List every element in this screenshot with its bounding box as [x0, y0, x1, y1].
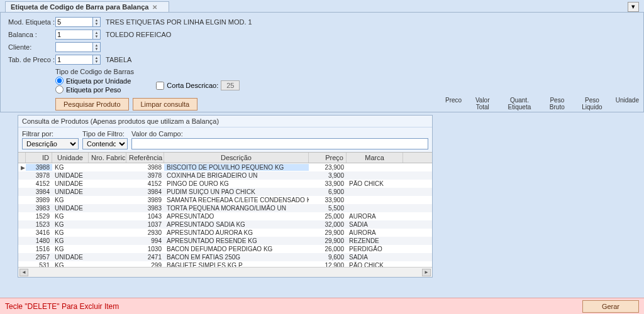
tab-bar: Etiqueta de Codigo de Barra para Balança… — [0, 0, 644, 12]
horizontal-scrollbar[interactable]: ◄ ► — [18, 267, 432, 277]
cell-preco: 29,900 — [309, 237, 347, 244]
filtrar-por-select[interactable]: Descrição — [22, 138, 79, 149]
gerar-button[interactable]: Gerar — [582, 300, 639, 313]
table-row[interactable]: 1480KG994APRESUNTADO RESENDE KG29,900REZ… — [18, 237, 432, 245]
cell-preco: 5,500 — [309, 205, 347, 212]
balanca-input[interactable] — [55, 30, 93, 40]
cell-referencia: 4152 — [126, 180, 164, 187]
cliente-label: Cliente: — [8, 43, 55, 51]
cell-id: 3984 — [26, 188, 52, 195]
col-descricao[interactable]: Descrição — [164, 153, 309, 163]
cell-marca: PERDIGÃO — [347, 246, 403, 252]
table-row[interactable]: 3978UNIDADE3978COXINHA DE BRIGADEIRO UN3… — [18, 171, 432, 180]
cell-preco: 25,000 — [309, 213, 347, 220]
cell-unidade: UNIDADE — [52, 205, 89, 212]
limpar-consulta-button[interactable]: Limpar consulta — [133, 98, 198, 111]
table-row[interactable]: 531KG299BAGUETE SIMPLES KG P12,900PÃO CH… — [18, 261, 432, 267]
filtrar-por-label: Filtrar por: — [22, 130, 79, 138]
cell-referencia: 1043 — [126, 213, 164, 220]
cell-preco: 12,900 — [309, 262, 347, 267]
chevron-down-icon: ▾ — [631, 3, 635, 11]
cell-marca: AURORA — [347, 213, 403, 220]
scroll-right-icon[interactable]: ► — [422, 269, 431, 276]
scroll-left-icon[interactable]: ◄ — [19, 269, 28, 276]
cell-id: 3978 — [26, 172, 52, 179]
table-row[interactable]: 2957UNIDADE2471BACON EM FATIAS 250G9,600… — [18, 253, 432, 261]
cell-id: 1516 — [26, 246, 52, 252]
cell-descricao: APRESUNTADO — [164, 213, 309, 220]
table-row[interactable]: 3984UNIDADE3984PUDIM SUIÇO UN PAO CHICK6… — [18, 188, 432, 196]
cell-marca: AURORA — [347, 229, 403, 236]
table-row[interactable]: 1529KG1043APRESUNTADO25,000AURORA — [18, 212, 432, 220]
mod-etiqueta-desc: TRES ETIQUETAS POR LINHA ELGIN MOD. 1 — [106, 18, 252, 26]
cliente-spinner[interactable]: ▲▼ — [93, 42, 101, 52]
col-unidade[interactable]: Unidade — [52, 153, 89, 163]
cell-unidade: KG — [52, 262, 89, 267]
balanca-spinner[interactable]: ▲▼ — [93, 30, 101, 40]
cell-marca: PÃO CHICK — [347, 262, 403, 267]
cell-id: 4152 — [26, 180, 52, 187]
window-menu-button[interactable]: ▾ — [628, 2, 639, 12]
pesquisar-produto-button[interactable]: Pesquisar Produto — [55, 98, 129, 111]
cliente-input[interactable] — [55, 42, 93, 52]
tab-preco-spinner[interactable]: ▲▼ — [93, 55, 101, 65]
col-unidade2: Unidade — [611, 95, 644, 112]
col-preco[interactable]: Preço — [309, 153, 347, 163]
col-peso-bruto: Peso Bruto — [541, 95, 574, 112]
cell-id: 1480 — [26, 237, 52, 244]
corta-descricao-checkbox[interactable] — [156, 82, 164, 90]
table-row[interactable]: 4152UNIDADE4152PINGO DE OURO KG33,900PÃO… — [18, 180, 432, 188]
corta-descricao-value[interactable] — [221, 80, 240, 90]
table-row[interactable]: 1516KG1030BACON DEFUMADO PERDIGAO KG26,0… — [18, 245, 432, 253]
cell-marca: SADIA — [347, 221, 403, 228]
close-icon[interactable]: ✕ — [152, 4, 157, 11]
table-row[interactable]: 1523KG1037APRESUNTADO SADIA KG32,000SADI… — [18, 220, 432, 229]
barcode-type-title: Tipo de Codigo de Barras — [55, 68, 636, 75]
cell-id: 3989 — [26, 197, 52, 203]
cell-unidade: UNIDADE — [52, 172, 89, 179]
consulta-produtos-title: Consulta de Produtos (Apenas produtos qu… — [18, 116, 432, 127]
table-row[interactable]: 3416KG2930APRESUNTADO AURORA KG29,900AUR… — [18, 229, 432, 237]
cell-preco: 33,900 — [309, 180, 347, 187]
cell-unidade: KG — [52, 246, 89, 252]
valor-campo-input[interactable] — [131, 138, 428, 149]
table-row[interactable]: 3983UNIDADE3983TORTA PEQUENA MORANGO/LIM… — [18, 204, 432, 212]
cell-unidade: UNIDADE — [52, 188, 89, 195]
active-tab[interactable]: Etiqueta de Codigo de Barra para Balança… — [5, 1, 169, 12]
col-nro-fabricante[interactable]: Nro. Fabricante — [89, 153, 126, 163]
cell-id: 2957 — [26, 254, 52, 261]
balanca-label: Balanca : — [8, 31, 55, 38]
cell-descricao: APRESUNTADO RESENDE KG — [164, 237, 309, 244]
cell-marca: REZENDE — [347, 237, 403, 244]
radio-peso[interactable] — [55, 85, 64, 94]
cell-referencia: 1037 — [126, 221, 164, 228]
cell-preco: 3,900 — [309, 172, 347, 179]
cell-descricao: COXINHA DE BRIGADEIRO UN — [164, 172, 309, 179]
col-referencia[interactable]: Referência — [126, 153, 164, 163]
table-row[interactable]: 3989KG3989SAMANTA RECHEADA C/LEITE CONDE… — [18, 196, 432, 204]
cell-preco: 32,000 — [309, 221, 347, 228]
cell-referencia: 299 — [126, 262, 164, 267]
cell-marca: PÃO CHICK — [347, 180, 403, 187]
tab-title: Etiqueta de Codigo de Barra para Balança — [11, 3, 148, 11]
grid-body[interactable]: ▶3988KG3988BISCOITO DE POLVILHO PEQUENO … — [18, 163, 432, 267]
row-indicator-icon: ▶ — [18, 165, 26, 171]
balanca-desc: TOLEDO REFEICAO — [106, 31, 171, 38]
tipo-filtro-select[interactable]: Contendo: — [82, 138, 128, 149]
col-marca[interactable]: Marca — [347, 153, 403, 163]
mod-etiqueta-input[interactable] — [55, 17, 93, 27]
consulta-produtos-panel: Consulta de Produtos (Apenas produtos qu… — [18, 115, 433, 278]
table-row[interactable]: ▶3988KG3988BISCOITO DE POLVILHO PEQUENO … — [18, 163, 432, 171]
cell-unidade: KG — [52, 237, 89, 244]
tab-preco-input[interactable] — [55, 55, 93, 65]
radio-unidade[interactable] — [55, 77, 64, 85]
cell-preco: 9,600 — [309, 254, 347, 261]
col-valor-total: Valor Total — [467, 95, 498, 112]
cell-unidade: KG — [52, 221, 89, 228]
mod-etiqueta-label: Mod. Etiqueta : — [8, 18, 55, 26]
col-id[interactable]: ID — [26, 153, 52, 163]
mod-etiqueta-spinner[interactable]: ▲▼ — [93, 17, 101, 27]
cell-descricao: TORTA PEQUENA MORANGO/LIMÃO UN — [164, 205, 309, 212]
cell-descricao: PINGO DE OURO KG — [164, 180, 309, 187]
cell-referencia: 2471 — [126, 254, 164, 261]
